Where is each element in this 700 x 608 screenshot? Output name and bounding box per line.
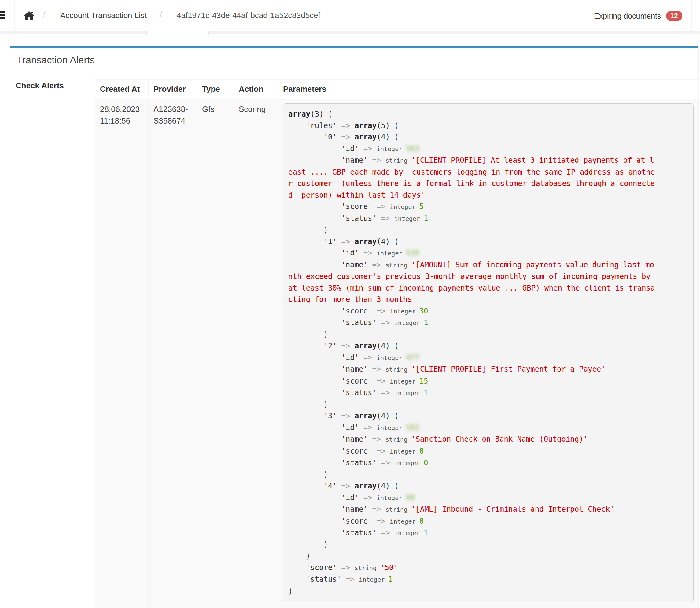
check-alerts-label: Check Alerts — [16, 81, 64, 91]
breadcrumb-account-transaction-list[interactable]: Account Transaction List — [60, 11, 147, 20]
cell-provider: A123638-S358674 — [149, 99, 197, 608]
expiring-documents-link[interactable]: Expiring documents 12 — [594, 11, 682, 21]
home-breadcrumb-link[interactable] — [24, 11, 34, 20]
expiring-documents-label: Expiring documents — [594, 12, 661, 20]
column-header-created-at: Created At — [95, 79, 149, 99]
table-header-row: Created At Provider Type Action Paramete… — [95, 79, 699, 99]
panel-body: Check Alerts Created At Provider Type Ac… — [10, 73, 698, 608]
home-icon — [24, 11, 34, 20]
breadcrumb-current-transaction-id: 4af1971c-43de-44af-bcad-1a52c83d5cef — [177, 11, 320, 20]
cell-parameters: array(3) ( 'rules' => array(5) ( '0' => … — [278, 99, 699, 608]
topbar-divider — [692, 0, 692, 31]
column-header-action: Action — [234, 79, 278, 99]
table-row: 28.06.2023 11:18:56 A123638-S358674 Gfs … — [95, 99, 699, 608]
cell-created-at: 28.06.2023 11:18:56 — [95, 99, 149, 608]
topbar: / Account Transaction List / 4af1971c-43… — [0, 0, 700, 31]
column-header-provider: Provider — [149, 79, 197, 99]
panel-title: Transaction Alerts — [17, 54, 95, 66]
breadcrumb-separator: / — [160, 10, 162, 20]
expiring-documents-count-badge: 12 — [666, 11, 682, 21]
transaction-alerts-panel: Transaction Alerts Check Alerts Created … — [10, 46, 699, 608]
active-tab-remnant[interactable] — [147, 31, 209, 35]
menu-toggle-button[interactable] — [0, 11, 5, 20]
hamburger-icon — [0, 11, 5, 13]
cell-action: Scoring — [234, 99, 278, 608]
tab-strip — [0, 31, 700, 34]
column-header-parameters: Parameters — [278, 79, 699, 99]
parameters-dump: array(3) ( 'rules' => array(5) ( '0' => … — [283, 103, 694, 602]
cell-type: Gfs — [197, 99, 234, 608]
topbar-divider — [14, 0, 15, 31]
column-header-type: Type — [197, 79, 234, 99]
breadcrumb-separator: / — [43, 10, 45, 20]
panel-header: Transaction Alerts — [10, 48, 698, 73]
check-alerts-table: Created At Provider Type Action Paramete… — [95, 79, 699, 608]
